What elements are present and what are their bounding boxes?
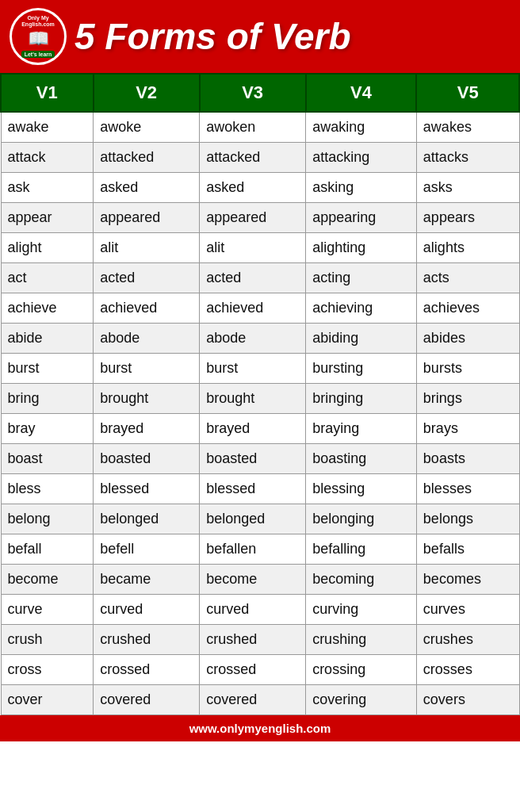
table-cell: attacked bbox=[200, 143, 306, 173]
table-cell: curved bbox=[94, 595, 200, 625]
table-cell: bursts bbox=[416, 354, 519, 384]
table-cell: blessed bbox=[94, 474, 200, 504]
table-cell: abode bbox=[94, 324, 200, 354]
table-row: actactedactedactingacts bbox=[1, 263, 519, 293]
table-row: achieveachievedachievedachievingachieves bbox=[1, 293, 519, 324]
table-cell: belong bbox=[1, 504, 94, 534]
table-cell: blessing bbox=[306, 474, 417, 504]
table-cell: befall bbox=[1, 534, 94, 565]
table-cell: brays bbox=[416, 414, 519, 444]
table-cell: attacking bbox=[306, 143, 417, 173]
table-row: awakeawokeawokenawakingawakes bbox=[1, 112, 519, 143]
table-cell: covering bbox=[306, 685, 417, 715]
table-cell: acted bbox=[200, 263, 306, 293]
table-cell: bringing bbox=[306, 384, 417, 414]
col-v5: V5 bbox=[416, 74, 519, 112]
table-row: belongbelongedbelongedbelongingbelongs bbox=[1, 504, 519, 534]
table-cell: alight bbox=[1, 233, 94, 263]
table-cell: become bbox=[1, 565, 94, 595]
table-cell: attack bbox=[1, 143, 94, 173]
table-cell: achieving bbox=[306, 293, 417, 324]
table-cell: burst bbox=[94, 354, 200, 384]
table-cell: achieves bbox=[416, 293, 519, 324]
table-cell: boasted bbox=[200, 444, 306, 474]
table-cell: appear bbox=[1, 203, 94, 233]
col-v3: V3 bbox=[200, 74, 306, 112]
col-v1: V1 bbox=[1, 74, 94, 112]
table-row: blessblessedblessedblessingblesses bbox=[1, 474, 519, 504]
table-cell: belonged bbox=[94, 504, 200, 534]
table-cell: covers bbox=[416, 685, 519, 715]
table-cell: brought bbox=[200, 384, 306, 414]
table-cell: boasted bbox=[94, 444, 200, 474]
table-row: crosscrossedcrossedcrossingcrosses bbox=[1, 655, 519, 685]
table-cell: alighting bbox=[306, 233, 417, 263]
table-cell: brings bbox=[416, 384, 519, 414]
table-cell: befallen bbox=[200, 534, 306, 565]
table-cell: achieved bbox=[200, 293, 306, 324]
table-cell: burst bbox=[200, 354, 306, 384]
table-cell: appeared bbox=[94, 203, 200, 233]
logo: Only My English.com 📖 Let's learn bbox=[10, 8, 67, 65]
page-title: 5 Forms of Verb bbox=[75, 18, 350, 55]
table-cell: blessed bbox=[200, 474, 306, 504]
table-cell: belongs bbox=[416, 504, 519, 534]
table-cell: braying bbox=[306, 414, 417, 444]
table-cell: awoken bbox=[200, 112, 306, 143]
table-cell: crossed bbox=[200, 655, 306, 685]
table-row: askaskedaskedaskingasks bbox=[1, 173, 519, 203]
table-cell: crossed bbox=[94, 655, 200, 685]
table-cell: acts bbox=[416, 263, 519, 293]
table-cell: brayed bbox=[200, 414, 306, 444]
table-cell: awaking bbox=[306, 112, 417, 143]
table-cell: bless bbox=[1, 474, 94, 504]
table-cell: appeared bbox=[200, 203, 306, 233]
table-cell: become bbox=[200, 565, 306, 595]
table-cell: belonged bbox=[200, 504, 306, 534]
logo-book-icon: 📖 bbox=[28, 29, 49, 49]
page-footer: www.onlymyenglish.com bbox=[0, 715, 520, 741]
table-cell: bring bbox=[1, 384, 94, 414]
table-row: boastboastedboastedboastingboasts bbox=[1, 444, 519, 474]
table-cell: becomes bbox=[416, 565, 519, 595]
table-cell: brayed bbox=[94, 414, 200, 444]
table-cell: crushed bbox=[200, 625, 306, 655]
table-cell: acting bbox=[306, 263, 417, 293]
table-cell: act bbox=[1, 263, 94, 293]
table-row: befallbefellbefallenbefallingbefalls bbox=[1, 534, 519, 565]
verb-table: V1 V2 V3 V4 V5 awakeawokeawokenawakingaw… bbox=[0, 73, 520, 715]
table-cell: abode bbox=[200, 324, 306, 354]
table-cell: becoming bbox=[306, 565, 417, 595]
table-cell: curving bbox=[306, 595, 417, 625]
table-cell: crushing bbox=[306, 625, 417, 655]
table-row: burstburstburstburstingbursts bbox=[1, 354, 519, 384]
table-cell: alit bbox=[94, 233, 200, 263]
table-cell: abide bbox=[1, 324, 94, 354]
table-cell: abiding bbox=[306, 324, 417, 354]
table-cell: ask bbox=[1, 173, 94, 203]
table-cell: asking bbox=[306, 173, 417, 203]
table-cell: boasts bbox=[416, 444, 519, 474]
table-header: V1 V2 V3 V4 V5 bbox=[1, 74, 519, 112]
table-cell: appearing bbox=[306, 203, 417, 233]
table-cell: achieved bbox=[94, 293, 200, 324]
header-row: V1 V2 V3 V4 V5 bbox=[1, 74, 519, 112]
table-cell: covered bbox=[94, 685, 200, 715]
table-cell: attacked bbox=[94, 143, 200, 173]
logo-bottom-text: Let's learn bbox=[21, 51, 55, 58]
table-cell: attacks bbox=[416, 143, 519, 173]
col-v4: V4 bbox=[306, 74, 417, 112]
table-cell: crossing bbox=[306, 655, 417, 685]
table-cell: curve bbox=[1, 595, 94, 625]
table-cell: bursting bbox=[306, 354, 417, 384]
col-v2: V2 bbox=[94, 74, 200, 112]
table-cell: boasting bbox=[306, 444, 417, 474]
table-cell: achieve bbox=[1, 293, 94, 324]
table-cell: curves bbox=[416, 595, 519, 625]
table-body: awakeawokeawokenawakingawakesattackattac… bbox=[1, 112, 519, 715]
page-header: Only My English.com 📖 Let's learn 5 Form… bbox=[0, 0, 520, 73]
table-cell: awoke bbox=[94, 112, 200, 143]
table-row: covercoveredcoveredcoveringcovers bbox=[1, 685, 519, 715]
table-cell: befalls bbox=[416, 534, 519, 565]
table-row: crushcrushedcrushedcrushingcrushes bbox=[1, 625, 519, 655]
